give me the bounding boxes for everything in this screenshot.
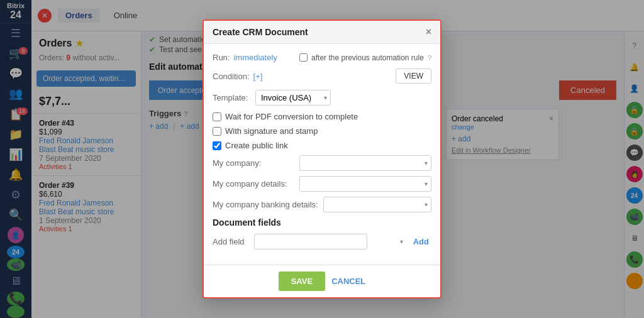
signature-row: With signature and stamp [213, 126, 431, 136]
modal-header: Create CRM Document × [204, 21, 440, 44]
modal-footer: SAVE CANCEL [204, 265, 440, 297]
mycompany-details-label: My company details: [213, 179, 294, 189]
view-button[interactable]: VIEW [396, 69, 431, 84]
modal-close-button[interactable]: × [426, 27, 431, 37]
condition-label: Condition: [213, 72, 250, 81]
after-previous-label: after the previous automation rule [311, 53, 424, 62]
modal-overlay: Create CRM Document × Run: immediately a… [0, 0, 644, 318]
wait-pdf-row: Wait for PDF conversion to complete [213, 112, 431, 121]
public-link-row: Create public link [213, 141, 431, 150]
mycompany-select-wrap: ▾ [299, 155, 431, 171]
run-immediately-link[interactable]: immediately [233, 53, 277, 62]
run-left: Run: immediately [213, 53, 277, 62]
condition-add-button[interactable]: [+] [253, 72, 263, 81]
mycompany-banking-select[interactable] [323, 197, 431, 212]
mycompany-select[interactable] [299, 155, 431, 171]
after-previous-checkbox[interactable] [299, 53, 308, 62]
wait-pdf-checkbox[interactable] [213, 112, 221, 121]
modal-body: Run: immediately after the previous auto… [204, 44, 440, 265]
save-button[interactable]: SAVE [279, 271, 325, 291]
create-crm-document-modal: Create CRM Document × Run: immediately a… [203, 19, 441, 299]
mycompany-label: My company: [213, 158, 294, 168]
condition-view-row: Condition: [+] VIEW [213, 69, 431, 84]
add-field-select-container: ▾ [254, 234, 407, 249]
document-fields-title: Document fields [213, 217, 431, 228]
add-field-chevron-icon: ▾ [400, 238, 403, 245]
public-link-label: Create public link [225, 141, 288, 150]
document-fields-section: Document fields Add field ▾ Add [213, 217, 431, 249]
run-label: Run: [213, 53, 230, 62]
add-field-select[interactable] [254, 234, 367, 249]
wait-pdf-label: Wait for PDF conversion to complete [225, 112, 358, 121]
run-row: Run: immediately after the previous auto… [213, 53, 431, 62]
mycompany-banking-row: My company banking details: ▾ [213, 197, 431, 212]
condition-left: Condition: [+] [213, 72, 262, 81]
after-previous-help[interactable]: ? [428, 54, 431, 62]
template-row: Template: Invoice (USA) ▾ [213, 90, 431, 106]
template-select[interactable]: Invoice (USA) [255, 90, 331, 106]
mycompany-banking-select-wrap: ▾ [323, 197, 431, 212]
signature-checkbox[interactable] [213, 127, 221, 136]
mycompany-details-select-wrap: ▾ [299, 176, 431, 192]
signature-label: With signature and stamp [225, 126, 318, 136]
cancel-button[interactable]: CANCEL [331, 277, 365, 286]
add-field-select-wrap: ▾ [254, 234, 407, 249]
template-select-wrap: Invoice (USA) ▾ [255, 90, 331, 106]
public-link-checkbox[interactable] [213, 141, 221, 150]
template-label: Template: [213, 93, 250, 102]
mycompany-banking-label: My company banking details: [213, 200, 318, 209]
mycompany-details-select[interactable] [299, 176, 431, 192]
add-field-label: Add field [213, 237, 250, 246]
mycompany-row: My company: ▾ [213, 155, 431, 171]
after-previous-row: after the previous automation rule ? [299, 53, 431, 62]
add-field-button[interactable]: Add [411, 237, 431, 246]
mycompany-details-row: My company details: ▾ [213, 176, 431, 192]
modal-title: Create CRM Document [213, 27, 308, 37]
add-field-row: Add field ▾ Add [213, 234, 431, 249]
